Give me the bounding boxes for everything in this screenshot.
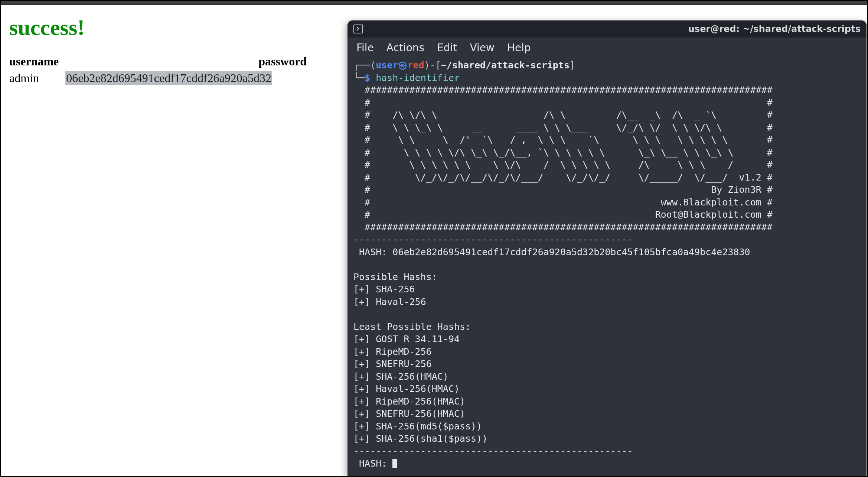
banner-line: # \ \ \ \ \/\ \_\ \_/\__, `\ \ \ \ \ \ \…	[353, 147, 773, 158]
app-frame: success! username password admin 06eb2e8…	[0, 0, 868, 477]
least-hash-item: SHA-256(sha1($pass))	[376, 433, 487, 444]
banner-line: # By Zion3R #	[353, 184, 773, 195]
prompt-host: red	[407, 60, 424, 71]
banner-line: # /\ \/\ \ /\ \ /\__ _\ /\ _ `\ #	[353, 110, 773, 120]
menu-view[interactable]: View	[470, 42, 494, 54]
banner-line: ########################################…	[353, 222, 773, 233]
banner-line: # \ \ _ \ /'__`\ / ,__\ \ \ _ `\ \ \ \ \…	[353, 134, 773, 145]
terminal-menubar[interactable]: File Actions Edit View Help	[347, 38, 867, 58]
table-row: admin 06eb2e82d695491cedf17cddf26a920a5d…	[9, 70, 313, 87]
terminal-body[interactable]: ┌──(user㉿red)-[~/shared/attack-scripts] …	[347, 58, 867, 476]
banner-line: ########################################…	[353, 85, 773, 95]
hash-value: 06eb2e82d695491cedf17cddf26a920a5d32b20b…	[392, 247, 750, 257]
possible-hashes-label: Possible Hashs:	[353, 272, 437, 282]
window-top-strip	[1, 1, 867, 5]
menu-file[interactable]: File	[356, 42, 374, 54]
least-hash-item: RipeMD-256	[376, 346, 432, 357]
prompt-path: ~/shared/attack-scripts	[441, 60, 570, 71]
terminal-title: user@red: ~/shared/attack-scripts	[688, 24, 861, 34]
selected-hash-text[interactable]: 06eb2e82d695491cedf17cddf26a920a5d32	[65, 71, 272, 85]
least-possible-label: Least Possible Hashs:	[353, 321, 471, 332]
banner-line: # Root@Blackploit.com #	[353, 209, 773, 220]
least-hash-item: RipeMD-256(HMAC)	[376, 396, 465, 407]
terminal-window[interactable]: user@red: ~/shared/attack-scripts File A…	[347, 20, 867, 476]
least-hash-item: SHA-256(HMAC)	[376, 371, 448, 382]
prompt-command: hash-identifier	[376, 72, 460, 83]
menu-actions[interactable]: Actions	[386, 42, 424, 54]
prompt-user: user	[376, 60, 398, 71]
possible-hash-item: SHA-256	[376, 284, 415, 295]
col-username-header: username	[9, 53, 65, 70]
cell-password-hash[interactable]: 06eb2e82d695491cedf17cddf26a920a5d32	[65, 70, 313, 87]
least-hash-item: SNEFRU-256(HMAC)	[376, 408, 465, 419]
banner-line: # \ \_\ \_\ \___ \_\/\____/ \ \_\ \_\ /\…	[353, 159, 773, 170]
banner-line: # __ __ __ ______ _____ #	[353, 97, 773, 108]
hash-label: HASH:	[353, 247, 392, 257]
cell-username: admin	[9, 70, 65, 87]
least-hash-item: SNEFRU-256	[376, 358, 432, 369]
rule-line: ----------------------------------------…	[353, 234, 633, 245]
menu-help[interactable]: Help	[507, 42, 531, 54]
rule-line: ----------------------------------------…	[353, 446, 633, 457]
table-header-row: username password	[9, 53, 313, 70]
terminal-titlebar[interactable]: user@red: ~/shared/attack-scripts	[347, 20, 867, 38]
possible-hash-item: Haval-256	[376, 296, 426, 307]
credentials-table: username password admin 06eb2e82d695491c…	[9, 53, 313, 87]
col-password-header: password	[65, 53, 313, 70]
least-hash-item: GOST R 34.11-94	[376, 334, 460, 344]
terminal-cursor[interactable]	[392, 459, 397, 468]
banner-line: # www.Blackploit.com #	[353, 197, 773, 208]
terminal-icon	[353, 25, 363, 33]
hash-prompt-label: HASH:	[353, 458, 392, 469]
banner-line: # \/_/\/_/\/__/\/_/\/___/ \/_/\/_/ \/___…	[353, 172, 773, 183]
least-hash-item: Haval-256(HMAC)	[376, 383, 460, 394]
banner-line: # \ \ \_\ \ __ ____ \ \ \___ \/_/\ \/ \ …	[353, 122, 773, 133]
menu-edit[interactable]: Edit	[437, 42, 457, 54]
least-hash-item: SHA-256(md5($pass))	[376, 421, 482, 432]
